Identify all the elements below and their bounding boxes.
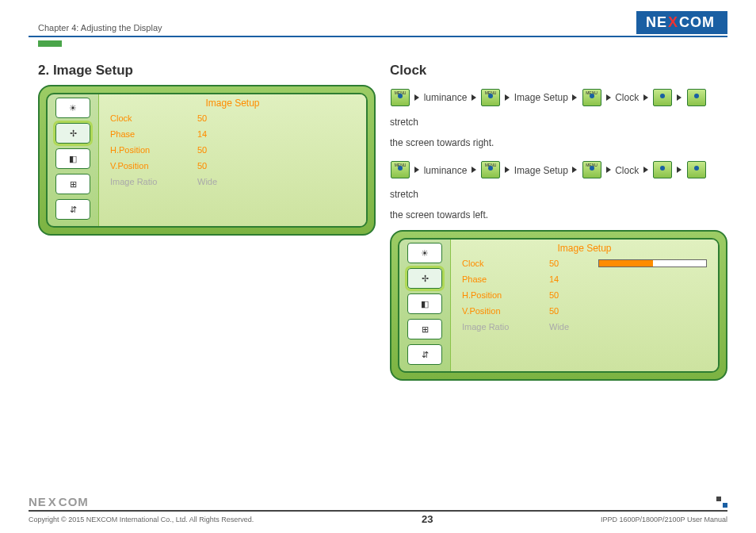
luminance-icon: ☀ bbox=[407, 243, 442, 263]
osd-value: Wide bbox=[197, 177, 242, 186]
page-number: 23 bbox=[422, 513, 433, 525]
footer-rule bbox=[29, 510, 727, 512]
extra-icon: ⇵ bbox=[407, 344, 442, 365]
logo-part-x: X bbox=[668, 14, 678, 31]
arrow-icon bbox=[472, 167, 476, 173]
menu-button-icon: MENU bbox=[481, 89, 500, 106]
osd-value: 50 bbox=[549, 306, 594, 316]
logo-part-x: X bbox=[48, 495, 57, 508]
osd-label: H.Position bbox=[110, 145, 197, 155]
instruction-text: the screen towards right. bbox=[390, 137, 727, 148]
instruction-text: the screen towards left. bbox=[390, 209, 727, 220]
osd-setup-icon: ⊞ bbox=[407, 319, 442, 339]
osd-label: Image Ratio bbox=[110, 177, 197, 186]
arrow-icon bbox=[505, 94, 510, 101]
nav-button-icon bbox=[653, 161, 672, 178]
osd-label: Clock bbox=[110, 113, 197, 123]
nav-button-icon bbox=[687, 161, 706, 178]
image-setup-icon: ✢ bbox=[407, 268, 442, 289]
arrow-icon bbox=[606, 167, 611, 173]
nav-text: Clock bbox=[615, 92, 639, 103]
manual-name: IPPD 1600P/1800P/2100P User Manual bbox=[601, 516, 727, 523]
arrow-icon bbox=[643, 94, 648, 101]
arrow-icon bbox=[572, 94, 577, 101]
nav-text: stretch bbox=[390, 117, 418, 128]
menu-button-icon: MENU bbox=[391, 161, 410, 178]
color-icon: ◧ bbox=[407, 293, 442, 314]
osd-value: 50 bbox=[549, 259, 594, 268]
arrow-icon bbox=[643, 167, 648, 173]
osd-title: Image Setup bbox=[451, 240, 718, 255]
menu-button-icon: MENU bbox=[391, 89, 410, 106]
section-title-image-setup: 2. Image Setup bbox=[38, 63, 376, 79]
section-tab bbox=[38, 40, 62, 47]
osd-row-hpos: H.Position 50 bbox=[451, 287, 718, 303]
menu-button-icon: MENU bbox=[582, 161, 601, 178]
arrow-icon bbox=[414, 167, 419, 173]
image-setup-icon: ✢ bbox=[55, 123, 90, 144]
logo-part-ne: NE bbox=[646, 14, 667, 31]
osd-row-clock: Clock 50 bbox=[99, 110, 366, 126]
osd-panel-right: ☀ ✢ ◧ ⊞ ⇵ Image Setup Clock 50 Phase 1 bbox=[390, 230, 727, 381]
osd-row-vpos: V.Position 50 bbox=[99, 158, 366, 174]
osd-value: 14 bbox=[549, 274, 594, 284]
nav-button-icon bbox=[653, 89, 672, 106]
logo-part-ne: NE bbox=[29, 495, 47, 508]
arrow-icon bbox=[572, 167, 577, 173]
brand-logo: NEXCOM bbox=[636, 11, 727, 34]
copyright-text: Copyright © 2015 NEXCOM International Co… bbox=[29, 516, 254, 523]
arrow-icon bbox=[414, 94, 419, 101]
osd-title: Image Setup bbox=[99, 94, 366, 110]
osd-value: 50 bbox=[197, 161, 242, 171]
osd-value: 14 bbox=[197, 129, 242, 139]
nav-text: stretch bbox=[390, 189, 418, 200]
osd-value: Wide bbox=[549, 322, 594, 332]
osd-label: V.Position bbox=[110, 161, 197, 171]
osd-panel-left: ☀ ✢ ◧ ⊞ ⇵ Image Setup Clock 50 Phase 14 bbox=[38, 85, 376, 236]
osd-row-ratio: Image Ratio Wide bbox=[99, 174, 366, 190]
decor-squares-icon bbox=[716, 497, 727, 508]
nav-text: Image Setup bbox=[514, 92, 568, 103]
nav-text: luminance bbox=[424, 164, 468, 175]
color-icon: ◧ bbox=[55, 148, 90, 169]
menu-button-icon: MENU bbox=[481, 161, 500, 178]
osd-label: Image Ratio bbox=[462, 322, 549, 332]
osd-value: 50 bbox=[197, 113, 242, 123]
header-rule bbox=[29, 36, 727, 37]
nav-button-icon bbox=[687, 89, 706, 106]
osd-row-vpos: V.Position 50 bbox=[451, 303, 718, 319]
osd-label: V.Position bbox=[462, 306, 549, 316]
arrow-icon bbox=[472, 94, 476, 101]
logo-part-com: COM bbox=[59, 495, 89, 508]
nav-sequence-right: MENU luminance MENU Image Setup MENU Clo… bbox=[390, 85, 727, 134]
osd-icon-column: ☀ ✢ ◧ ⊞ ⇵ bbox=[48, 94, 98, 226]
osd-label: Clock bbox=[462, 259, 549, 268]
osd-row-hpos: H.Position 50 bbox=[99, 142, 366, 158]
slider-fill bbox=[599, 260, 653, 266]
chapter-label: Chapter 4: Adjusting the Display bbox=[38, 23, 162, 34]
nav-sequence-left: MENU luminance MENU Image Setup MENU Clo… bbox=[390, 158, 727, 207]
logo-part-com: COM bbox=[679, 14, 715, 31]
osd-label: Phase bbox=[462, 274, 549, 284]
luminance-icon: ☀ bbox=[55, 98, 90, 118]
slider-bar bbox=[598, 259, 707, 267]
osd-icon-column: ☀ ✢ ◧ ⊞ ⇵ bbox=[399, 240, 450, 371]
footer-logo: NEXCOM bbox=[29, 495, 727, 508]
osd-value: 50 bbox=[197, 145, 242, 155]
arrow-icon bbox=[677, 94, 682, 101]
arrow-icon bbox=[505, 167, 510, 173]
menu-button-icon: MENU bbox=[582, 89, 601, 106]
osd-setup-icon: ⊞ bbox=[55, 174, 90, 194]
extra-icon: ⇵ bbox=[55, 199, 90, 220]
osd-label: Phase bbox=[110, 129, 197, 139]
arrow-icon bbox=[677, 167, 682, 173]
nav-text: Clock bbox=[615, 164, 639, 175]
nav-text: Image Setup bbox=[514, 164, 568, 175]
osd-row-phase: Phase 14 bbox=[99, 126, 366, 142]
osd-value: 50 bbox=[549, 290, 594, 300]
osd-row-clock: Clock 50 bbox=[451, 255, 718, 271]
section-title-clock: Clock bbox=[390, 63, 727, 79]
osd-label: H.Position bbox=[462, 290, 549, 300]
arrow-icon bbox=[606, 94, 611, 101]
osd-row-ratio: Image Ratio Wide bbox=[451, 319, 718, 335]
